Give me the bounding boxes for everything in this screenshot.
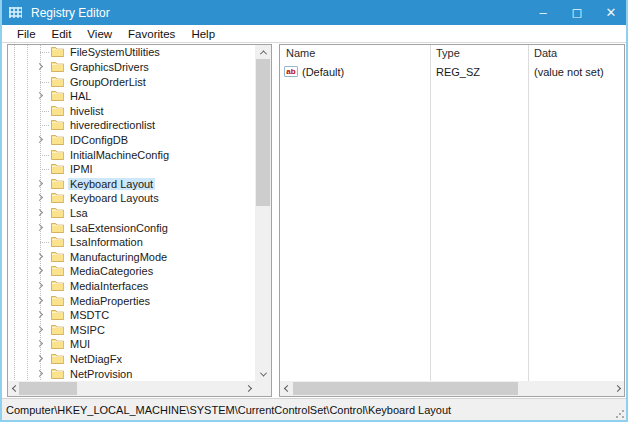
column-header-type[interactable]: Type	[430, 45, 528, 63]
tree-item-label: MediaProperties	[68, 295, 152, 307]
minimize-button[interactable]: –	[526, 0, 560, 25]
tree-item[interactable]: Keyboard Layouts	[8, 191, 255, 206]
tree-item[interactable]: hiveredirectionlist	[8, 118, 255, 133]
tree-item[interactable]: Lsa	[8, 206, 255, 221]
folder-icon	[51, 338, 64, 349]
menu-favorites[interactable]: Favorites	[120, 28, 183, 40]
scroll-left-button[interactable]	[280, 381, 294, 396]
horizontal-scroll-thumb[interactable]	[293, 382, 518, 395]
menu-view[interactable]: View	[79, 28, 120, 40]
tree-item[interactable]: MSDTC	[8, 308, 255, 323]
tree-item-label: NetProvision	[68, 368, 134, 380]
tree-item[interactable]: GroupOrderList	[8, 74, 255, 89]
tree-connector	[40, 155, 50, 156]
tree-item-label: MSIPC	[68, 324, 107, 336]
menu-edit[interactable]: Edit	[44, 28, 80, 40]
tree-item-label: hivelist	[68, 105, 106, 117]
tree-item-label: MediaInterfaces	[68, 280, 150, 292]
close-button[interactable]: ✕	[594, 0, 628, 25]
folder-icon	[51, 76, 64, 87]
tree-item[interactable]: InitialMachineConfig	[8, 147, 255, 162]
resize-grip-icon[interactable]	[616, 410, 624, 418]
chevron-right-icon[interactable]	[36, 311, 43, 318]
folder-icon	[51, 251, 64, 262]
registry-value-row[interactable]: ab (Default) REG_SZ (value not set)	[280, 64, 624, 79]
chevron-right-icon[interactable]	[36, 224, 43, 231]
window-title: Registry Editor	[31, 6, 110, 20]
tree-item[interactable]: MSIPC	[8, 323, 255, 338]
tree-vertical-scrollbar[interactable]	[255, 45, 271, 381]
scroll-up-button[interactable]	[255, 45, 271, 59]
chevron-right-icon[interactable]	[36, 63, 43, 70]
tree-item-label: NetDiagFx	[68, 353, 124, 365]
chevron-right-icon[interactable]	[36, 209, 43, 216]
tree-item-label: GroupOrderList	[68, 76, 148, 88]
tree-item[interactable]: IPMI	[8, 162, 255, 177]
scroll-down-button[interactable]	[255, 367, 271, 381]
tree-item[interactable]: ManufacturingMode	[8, 250, 255, 265]
values-horizontal-scrollbar[interactable]	[280, 381, 624, 396]
list-header: Name Type Data	[280, 45, 624, 63]
column-separator[interactable]	[528, 45, 529, 381]
column-header-data[interactable]: Data	[528, 45, 624, 63]
chevron-right-icon[interactable]	[36, 340, 43, 347]
tree-item-label: hiveredirectionlist	[68, 119, 157, 131]
scroll-up-icon	[259, 50, 266, 57]
tree-item[interactable]: GraphicsDrivers	[8, 60, 255, 75]
tree-connector	[40, 242, 50, 243]
folder-icon	[51, 105, 64, 116]
folder-icon	[51, 353, 64, 364]
folder-icon	[51, 119, 64, 130]
chevron-right-icon[interactable]	[36, 326, 43, 333]
folder-icon	[51, 163, 64, 174]
folder-icon	[51, 192, 64, 203]
column-separator[interactable]	[430, 45, 431, 381]
registry-editor-app-icon	[9, 7, 22, 18]
scroll-left-icon	[283, 385, 290, 392]
tree-item[interactable]: MUI	[8, 337, 255, 352]
vertical-scroll-thumb[interactable]	[256, 59, 270, 206]
maximize-button[interactable]: ◻	[560, 0, 594, 25]
tree-item[interactable]: MediaCategories	[8, 264, 255, 279]
horizontal-scroll-thumb[interactable]	[19, 382, 77, 395]
tree-item[interactable]: HAL	[8, 89, 255, 104]
tree-item[interactable]: NetProvision	[8, 366, 255, 381]
tree-item[interactable]: Keyboard Layout	[8, 176, 255, 191]
chevron-right-icon[interactable]	[36, 180, 43, 187]
tree-connector	[40, 111, 50, 112]
chevron-right-icon[interactable]	[36, 267, 43, 274]
tree-item-label: LsaExtensionConfig	[68, 222, 170, 234]
tree-item[interactable]: FileSystemUtilities	[8, 45, 255, 60]
tree-item[interactable]: hivelist	[8, 103, 255, 118]
tree-item[interactable]: LsaInformation	[8, 235, 255, 250]
folder-icon	[51, 90, 64, 101]
tree-horizontal-scrollbar[interactable]	[8, 381, 255, 396]
chevron-right-icon[interactable]	[36, 136, 43, 143]
registry-editor-window: Registry Editor – ◻ ✕ FileEditViewFavori…	[0, 0, 628, 422]
tree-connector	[40, 52, 50, 53]
tree-item[interactable]: NetDiagFx	[8, 352, 255, 367]
chevron-right-icon[interactable]	[36, 194, 43, 201]
tree-item[interactable]: MediaInterfaces	[8, 279, 255, 294]
tree-pane: FileSystemUtilitiesGraphicsDriversGroupO…	[7, 44, 272, 397]
column-header-name[interactable]: Name	[280, 45, 430, 63]
tree-item[interactable]: IDConfigDB	[8, 133, 255, 148]
folder-icon	[51, 295, 64, 306]
scroll-right-button[interactable]	[241, 381, 255, 396]
status-bar: Computer\HKEY_LOCAL_MACHINE\SYSTEM\Curre…	[2, 398, 626, 420]
chevron-right-icon[interactable]	[36, 282, 43, 289]
tree-item[interactable]: LsaExtensionConfig	[8, 220, 255, 235]
chevron-right-icon[interactable]	[36, 297, 43, 304]
folder-icon	[51, 265, 64, 276]
tree-item[interactable]: MediaProperties	[8, 293, 255, 308]
menu-file[interactable]: File	[9, 28, 44, 40]
folder-icon	[51, 236, 64, 247]
pane-splitter[interactable]	[272, 44, 279, 398]
menu-help[interactable]: Help	[183, 28, 223, 40]
chevron-right-icon[interactable]	[36, 355, 43, 362]
chevron-right-icon[interactable]	[36, 253, 43, 260]
chevron-right-icon[interactable]	[36, 370, 43, 377]
tree-item-label: Keyboard Layout	[68, 178, 155, 190]
chevron-right-icon[interactable]	[36, 92, 43, 99]
scroll-right-button[interactable]	[610, 381, 624, 396]
